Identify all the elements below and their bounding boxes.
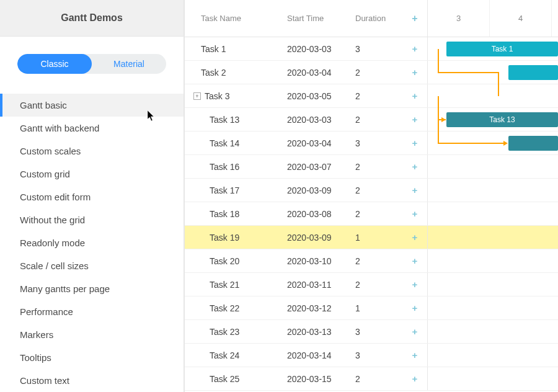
timeline-cell[interactable] (427, 155, 558, 178)
theme-toggle: Classic Material (0, 37, 184, 84)
toggle-material[interactable]: Material (92, 54, 166, 74)
timeline-cell[interactable] (427, 179, 558, 202)
task-name-label: Task 19 (210, 233, 239, 243)
timeline-cell[interactable]: Task 1 (427, 37, 558, 60)
task-name-label: Task 22 (210, 303, 239, 313)
timeline-header: 34 (427, 0, 558, 37)
cell-duration: 2 (355, 68, 402, 78)
timeline-cell[interactable] (427, 84, 558, 107)
cell-task-name: Task 22 (185, 303, 287, 313)
timeline-cell[interactable] (427, 320, 558, 343)
add-task-button[interactable]: + (402, 279, 427, 290)
gantt-bar[interactable] (508, 65, 558, 80)
col-header-start[interactable]: Start Time (287, 14, 355, 23)
cell-task-name: Task 25 (185, 374, 287, 384)
gantt-bar[interactable]: Task 13 (446, 112, 558, 127)
timeline-cell[interactable] (427, 344, 558, 367)
add-task-button[interactable]: + (402, 114, 427, 125)
sidebar-item-1[interactable]: Gantt with backend (0, 117, 184, 140)
add-task-button[interactable]: + (402, 232, 427, 243)
add-task-button[interactable]: + (402, 138, 427, 148)
expand-icon[interactable]: + (193, 92, 201, 100)
cell-duration: 2 (355, 374, 402, 384)
timeline-cell[interactable] (427, 273, 558, 296)
sidebar-item-10[interactable]: Markers (0, 323, 184, 346)
gantt-bar[interactable]: Task 1 (446, 42, 558, 56)
cell-start-time: 2020-03-03 (287, 44, 355, 54)
sidebar-item-11[interactable]: Tooltips (0, 346, 184, 369)
add-task-button[interactable]: + (402, 208, 427, 219)
col-header-name[interactable]: Task Name (185, 14, 287, 23)
sidebar-menu: Gantt basicGantt with backendCustom scal… (0, 94, 184, 392)
table-row[interactable]: Task 252020-03-152+ (185, 367, 558, 391)
task-name-label: Task 13 (210, 115, 239, 125)
table-row[interactable]: Task 202020-03-102+ (185, 249, 558, 273)
timeline-cell[interactable]: Task 13 (427, 108, 558, 131)
add-task-button[interactable]: + (402, 91, 427, 101)
timeline-cell[interactable] (427, 202, 558, 225)
cell-start-time: 2020-03-05 (287, 91, 355, 101)
table-row[interactable]: Task 162020-03-072+ (185, 155, 558, 179)
table-row[interactable]: +Task 32020-03-052+ (185, 84, 558, 108)
add-task-button[interactable]: + (402, 43, 427, 54)
sidebar-item-5[interactable]: Without the grid (0, 208, 184, 231)
cell-task-name: Task 2 (185, 68, 287, 78)
add-task-button[interactable]: + (402, 185, 427, 195)
sidebar-item-8[interactable]: Many gantts per page (0, 277, 184, 300)
plus-icon: + (412, 13, 417, 24)
col-header-duration[interactable]: Duration (355, 14, 402, 23)
sidebar-item-3[interactable]: Custom grid (0, 163, 184, 185)
timeline-cell[interactable] (427, 296, 558, 319)
table-row[interactable]: Task 142020-03-043+ (185, 131, 558, 155)
sidebar-item-9[interactable]: Performance (0, 300, 184, 323)
timeline-cell[interactable] (427, 249, 558, 272)
table-row[interactable]: Task 172020-03-092+ (185, 179, 558, 202)
scale-cell: 4 (490, 0, 552, 37)
sidebar-item-0[interactable]: Gantt basic (0, 94, 184, 117)
table-row[interactable]: Task 242020-03-143+ (185, 344, 558, 367)
cell-duration: 2 (355, 209, 402, 219)
sidebar-item-4[interactable]: Custom edit form (0, 185, 184, 208)
add-task-button[interactable]: + (402, 373, 427, 384)
add-task-button[interactable]: + (402, 161, 427, 172)
cell-duration: 2 (355, 256, 402, 266)
add-task-button[interactable]: + (402, 67, 427, 78)
timeline-cell[interactable] (427, 61, 558, 84)
scale-cell: 3 (428, 0, 490, 37)
cell-duration: 3 (355, 138, 402, 148)
col-header-add[interactable]: + (402, 13, 427, 24)
table-row[interactable]: Task 192020-03-091+ (185, 226, 558, 249)
task-name-label: Task 20 (210, 256, 239, 266)
add-task-button[interactable]: + (402, 256, 427, 266)
timeline-cell[interactable] (427, 367, 558, 390)
sidebar-item-7[interactable]: Scale / cell sizes (0, 254, 184, 277)
sidebar-item-6[interactable]: Readonly mode (0, 231, 184, 254)
table-row[interactable]: Task 232020-03-133+ (185, 320, 558, 344)
timeline-cell[interactable] (427, 226, 558, 249)
cell-start-time: 2020-03-12 (287, 303, 355, 313)
gantt-bar[interactable] (508, 136, 558, 151)
task-name-label: Task 14 (210, 138, 239, 148)
toggle-classic[interactable]: Classic (17, 54, 92, 74)
cell-start-time: 2020-03-13 (287, 327, 355, 337)
table-row[interactable]: Task 182020-03-082+ (185, 202, 558, 226)
cell-task-name: Task 16 (185, 162, 287, 172)
cell-start-time: 2020-03-10 (287, 256, 355, 266)
sidebar-item-12[interactable]: Custom text (0, 369, 184, 392)
table-row[interactable]: Task 22020-03-042+ (185, 61, 558, 84)
add-task-button[interactable]: + (402, 303, 427, 313)
cell-duration: 2 (355, 280, 402, 290)
table-row[interactable]: Task 132020-03-032+Task 13 (185, 108, 558, 131)
add-task-button[interactable]: + (402, 326, 427, 337)
cell-start-time: 2020-03-08 (287, 209, 355, 219)
task-name-label: Task 21 (210, 280, 239, 290)
table-row[interactable]: Task 222020-03-121+ (185, 296, 558, 320)
timeline-cell[interactable] (427, 131, 558, 154)
table-row[interactable]: Task 212020-03-112+ (185, 273, 558, 296)
sidebar-item-2[interactable]: Custom scales (0, 140, 184, 163)
add-task-button[interactable]: + (402, 350, 427, 360)
cell-task-name: Task 23 (185, 327, 287, 337)
cell-task-name: +Task 3 (185, 91, 287, 101)
task-name-label: Task 17 (210, 185, 239, 195)
table-row[interactable]: Task 12020-03-033+Task 1 (185, 37, 558, 61)
